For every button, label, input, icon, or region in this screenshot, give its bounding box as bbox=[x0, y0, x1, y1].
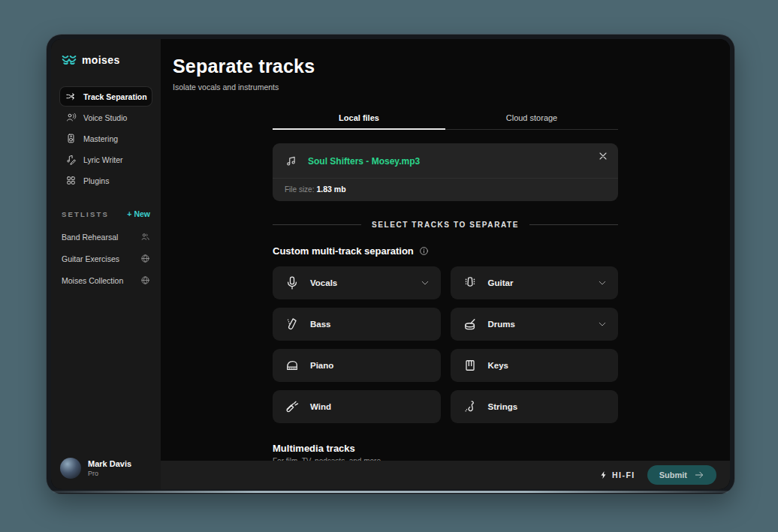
setlist-item-moises-collection[interactable]: Moises Collection bbox=[60, 269, 152, 291]
page-subtitle: Isolate vocals and instruments bbox=[173, 83, 730, 92]
brand-logo: moises bbox=[60, 54, 152, 66]
lyric-writer-icon bbox=[65, 154, 77, 165]
setlist-item-label: Guitar Exercises bbox=[62, 254, 119, 263]
setlist-item-guitar-exercises[interactable]: Guitar Exercises bbox=[60, 248, 152, 269]
setlists-list: Band Rehearsal Guitar Exercises Moises C… bbox=[60, 226, 152, 291]
file-name: Soul Shifters - Mosey.mp3 bbox=[308, 156, 420, 167]
track-option-bass[interactable]: Bass bbox=[273, 308, 441, 341]
microphone-icon bbox=[284, 275, 300, 291]
user-plan-badge: Pro bbox=[88, 470, 131, 477]
page-title: Separate tracks bbox=[173, 56, 730, 77]
plugins-icon bbox=[65, 175, 77, 186]
chevron-down-icon[interactable] bbox=[597, 319, 608, 329]
strings-icon bbox=[462, 398, 478, 415]
sidebar-item-label: Plugins bbox=[83, 176, 109, 185]
wind-icon bbox=[284, 398, 300, 415]
hifi-toggle[interactable]: HI-FI bbox=[599, 470, 635, 479]
sidebar-item-label: Mastering bbox=[83, 134, 118, 143]
sidebar-item-label: Track Separation bbox=[83, 92, 147, 101]
mastering-icon bbox=[65, 133, 77, 144]
sidebar-item-track-separation[interactable]: Track Separation bbox=[60, 87, 152, 106]
guitar-icon bbox=[462, 275, 478, 291]
tab-cloud-storage[interactable]: Cloud storage bbox=[445, 107, 618, 129]
moises-wave-icon bbox=[62, 54, 77, 66]
divider-line bbox=[273, 224, 361, 225]
track-option-drums[interactable]: Drums bbox=[451, 308, 619, 341]
setlist-item-band-rehearsal[interactable]: Band Rehearsal bbox=[60, 226, 152, 248]
main-panel: Separate tracks Isolate vocals and instr… bbox=[161, 39, 730, 489]
submit-label: Submit bbox=[659, 470, 687, 479]
keys-icon bbox=[462, 357, 478, 374]
submit-button[interactable]: Submit bbox=[647, 465, 716, 485]
file-size-label: File size: bbox=[285, 185, 314, 194]
shared-users-icon bbox=[140, 232, 150, 242]
source-tabs: Local files Cloud storage bbox=[273, 107, 618, 130]
track-option-keys[interactable]: Keys bbox=[451, 349, 619, 382]
track-label: Keys bbox=[488, 361, 509, 370]
track-option-strings[interactable]: Strings bbox=[451, 390, 619, 423]
user-profile[interactable]: Mark Davis Pro bbox=[51, 450, 161, 489]
bass-icon bbox=[284, 316, 300, 332]
sidebar-item-label: Lyric Writer bbox=[83, 155, 123, 164]
track-option-piano[interactable]: Piano bbox=[273, 349, 441, 382]
user-name: Mark Davis bbox=[88, 459, 131, 468]
close-icon[interactable] bbox=[597, 150, 609, 162]
track-label: Vocals bbox=[310, 278, 337, 287]
sidebar: moises Track Separation Voice Studio bbox=[51, 39, 161, 489]
music-note-icon bbox=[285, 155, 298, 168]
sidebar-nav: Track Separation Voice Studio Maste bbox=[60, 87, 152, 190]
uploaded-file-card: Soul Shifters - Mosey.mp3 File size:1.83… bbox=[273, 143, 618, 201]
custom-section-title: Custom multi-track separation bbox=[273, 245, 414, 257]
sidebar-item-mastering[interactable]: Mastering bbox=[60, 129, 152, 148]
file-size-value: 1.83 mb bbox=[316, 185, 345, 194]
multimedia-title: Multimedia tracks bbox=[273, 443, 618, 454]
setlists-header: SETLISTS + New bbox=[60, 209, 152, 218]
track-option-vocals[interactable]: Vocals bbox=[273, 266, 441, 299]
voice-studio-icon bbox=[65, 112, 77, 123]
file-row: Soul Shifters - Mosey.mp3 bbox=[273, 143, 618, 178]
content-column: Local files Cloud storage Soul Shifters … bbox=[273, 107, 618, 489]
track-label: Piano bbox=[310, 361, 333, 370]
sidebar-item-lyric-writer[interactable]: Lyric Writer bbox=[60, 150, 152, 169]
select-tracks-divider: SELECT TRACKS TO SEPARATE bbox=[273, 221, 618, 229]
sidebar-item-plugins[interactable]: Plugins bbox=[60, 171, 152, 190]
drums-icon bbox=[462, 316, 478, 332]
arrow-right-icon bbox=[694, 470, 704, 480]
track-label: Wind bbox=[310, 402, 331, 411]
file-size-row: File size:1.83 mb bbox=[273, 178, 618, 201]
track-label: Strings bbox=[488, 402, 518, 411]
globe-icon bbox=[140, 254, 150, 263]
divider-line bbox=[529, 224, 618, 225]
footer-bar: HI-FI Submit bbox=[161, 461, 730, 489]
lightning-icon bbox=[599, 470, 608, 479]
sidebar-item-label: Voice Studio bbox=[83, 113, 127, 122]
track-label: Bass bbox=[310, 320, 331, 329]
track-label: Guitar bbox=[488, 278, 514, 287]
divider-label: SELECT TRACKS TO SEPARATE bbox=[361, 221, 529, 229]
piano-icon bbox=[284, 357, 300, 374]
track-option-guitar[interactable]: Guitar bbox=[451, 266, 619, 299]
setlists-title: SETLISTS bbox=[62, 210, 109, 218]
track-option-wind[interactable]: Wind bbox=[273, 390, 441, 423]
new-setlist-button[interactable]: + New bbox=[127, 209, 150, 218]
avatar bbox=[60, 458, 81, 479]
track-separation-icon bbox=[65, 91, 77, 102]
page-header: Separate tracks Isolate vocals and instr… bbox=[161, 39, 730, 92]
info-icon[interactable] bbox=[419, 246, 429, 256]
globe-icon bbox=[140, 275, 150, 285]
sidebar-item-voice-studio[interactable]: Voice Studio bbox=[60, 108, 152, 127]
chevron-down-icon[interactable] bbox=[597, 278, 608, 288]
track-options-grid: Vocals Guitar bbox=[273, 266, 618, 423]
app-screen: moises Track Separation Voice Studio bbox=[51, 39, 730, 489]
custom-section-header: Custom multi-track separation bbox=[273, 245, 618, 257]
app-window: moises Track Separation Voice Studio bbox=[47, 35, 734, 494]
brand-wordmark: moises bbox=[82, 54, 120, 66]
hifi-label: HI-FI bbox=[612, 470, 635, 479]
setlist-item-label: Band Rehearsal bbox=[62, 233, 118, 242]
setlist-item-label: Moises Collection bbox=[62, 276, 123, 285]
tab-local-files[interactable]: Local files bbox=[273, 107, 445, 129]
track-label: Drums bbox=[488, 320, 515, 329]
chevron-down-icon[interactable] bbox=[420, 278, 430, 288]
